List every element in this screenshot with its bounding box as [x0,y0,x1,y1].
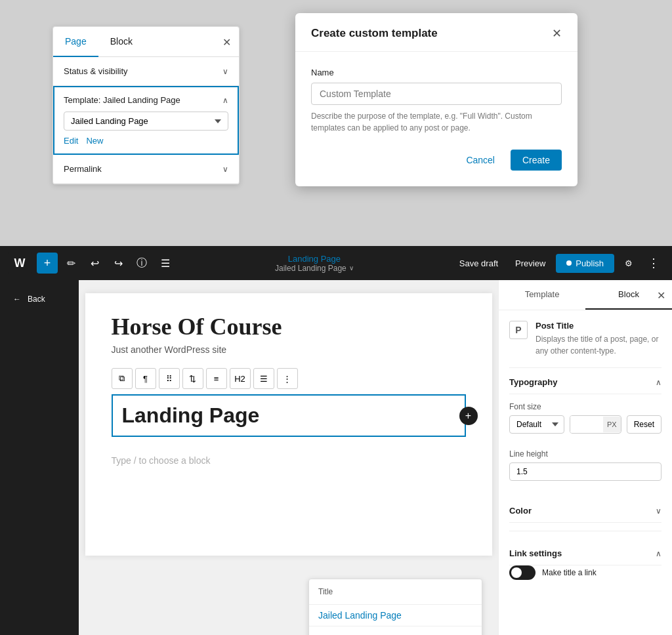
title-popup: Title Give the template a title that ind… [308,579,482,635]
link-settings-header[interactable]: Link settings ∧ [509,539,662,565]
status-visibility-section: Status & visibility ∨ [53,57,239,86]
tools-button[interactable]: ✏ [60,253,81,274]
permalink-header[interactable]: Permalink ∨ [64,164,228,174]
post-title-block-info: P Post Title Displays the title of a pos… [509,321,662,368]
post-title-desc: Displays the title of a post, page, or a… [536,333,662,357]
template-chevron-icon[interactable]: ∧ [222,96,228,105]
title-field-label: Title [309,579,482,605]
chevron-down-icon: ∨ [222,67,228,76]
create-button[interactable]: Create [511,150,562,171]
add-block-inline-button[interactable]: + [459,407,478,425]
modal-body: Name Describe the purpose of the templat… [295,52,578,186]
text-align-button[interactable]: ☰ [253,368,274,389]
link-settings-toggle-icon: ∧ [656,549,662,558]
line-height-label: Line height [509,449,662,459]
color-toggle-icon: ∨ [656,506,662,516]
align-button[interactable]: ≡ [206,368,227,389]
modal-actions: Cancel Create [311,150,562,171]
page-block-panel: Page Block ✕ Status & visibility ∨ Templ… [52,26,240,184]
right-sidebar-close-btn[interactable]: ✕ [657,289,665,301]
back-label: Back [28,295,45,304]
list-view-button[interactable]: ☰ [155,253,176,274]
save-draft-button[interactable]: Save draft [453,255,505,272]
typography-label: Typography [509,377,557,387]
link-settings-label: Link settings [509,548,562,558]
post-title-name: Post Title [536,321,662,331]
publish-label: Publish [576,258,604,268]
right-sidebar: Template Block ✕ P Post Title Displays t… [498,280,672,635]
move-up-down-button[interactable]: ⇅ [182,368,203,389]
cancel-button[interactable]: Cancel [458,150,503,171]
reset-button[interactable]: Reset [627,415,662,434]
link-settings-section: Link settings ∧ Make title a link [509,531,662,588]
post-title-icon: P [509,321,528,339]
modal-close-btn[interactable]: ✕ [552,26,562,41]
color-section: Color ∨ [509,489,662,531]
settings-button[interactable]: ⚙ [618,253,639,274]
font-size-label: Font size [509,402,662,411]
details-button[interactable]: ⓘ [131,253,152,274]
permalink-label: Permalink [64,164,102,174]
add-block-button[interactable]: + [37,253,58,274]
make-title-link-toggle[interactable] [509,565,536,580]
block-toolbar: ⧉ ¶ ⠿ ⇅ ≡ H2 ☰ ⋮ [112,368,466,389]
make-title-link-row: Make title a link [509,565,662,580]
content-area: Title Give the template a title that ind… [79,280,498,635]
color-section-header[interactable]: Color ∨ [509,497,662,523]
typography-section-header[interactable]: Typography ∧ [509,368,662,394]
panel-close-btn[interactable]: ✕ [222,35,231,48]
tab-template[interactable]: Template [499,280,585,310]
font-size-select[interactable]: Default [509,415,564,434]
paragraph-button[interactable]: ¶ [135,368,156,389]
site-tagline: Just another WordPress site [112,344,466,355]
drag-handle[interactable]: ⠿ [159,368,180,389]
more-options-button[interactable]: ⋮ [643,253,664,274]
page-title-block[interactable]: Landing Page + [112,394,466,437]
undo-button[interactable]: ↩ [84,253,105,274]
template-title-input[interactable] [309,605,482,626]
page-name-link[interactable]: Landing Page [288,254,341,264]
make-title-link-label: Make title a link [542,568,597,577]
px-value-input[interactable] [570,416,603,433]
edit-template-link[interactable]: Edit [64,136,78,146]
chevron-down-icon[interactable]: ∨ [349,264,354,272]
publish-button[interactable]: Publish [556,254,614,273]
sub-title-text: Jailed Landing Page [275,264,346,273]
editor-canvas: Horse Of Course Just another WordPress s… [85,293,492,556]
heading-button[interactable]: H2 [230,368,251,389]
line-height-input[interactable] [509,462,662,481]
panel-tabs: Page Block ✕ [53,27,239,57]
more-block-options[interactable]: ⋮ [277,368,298,389]
site-title: Horse Of Course [112,313,466,340]
template-links: Edit New [64,136,228,146]
wp-logo: W [8,251,32,275]
back-arrow-icon: ← [13,295,21,304]
status-visibility-label: Status & visibility [64,66,128,76]
template-name-input[interactable] [311,83,562,105]
tab-page[interactable]: Page [53,27,98,57]
right-sidebar-content: P Post Title Displays the title of a pos… [499,310,672,635]
editor-main: ← Back Title Give the template a title t… [0,280,672,635]
custom-px-input: PX [570,415,621,434]
back-sidebar: ← Back [0,280,79,635]
new-template-link[interactable]: New [86,136,103,146]
preview-button[interactable]: Preview [509,255,552,272]
redo-button[interactable]: ↪ [108,253,129,274]
publish-dot [566,260,572,266]
tab-block[interactable]: Block [98,27,144,56]
template-select[interactable]: Jailed Landing Page [64,112,228,131]
back-button[interactable]: ← Back [8,291,51,308]
duplicate-block-button[interactable]: ⧉ [112,368,133,389]
template-label: Template: Jailed Landing Page ∧ [64,95,228,105]
modal-title: Create custom template [311,27,438,40]
status-visibility-header[interactable]: Status & visibility ∨ [64,66,228,76]
px-label: PX [603,417,621,432]
title-popup-hint: Give the template a title that indicates… [309,626,482,635]
editor-toolbar: W + ✏ ↩ ↪ ⓘ ☰ Landing Page Jailed Landin… [0,246,672,280]
typography-toggle-icon: ∧ [656,378,662,387]
type-hint[interactable]: Type / to choose a block [112,450,466,471]
permalink-section: Permalink ∨ [53,155,239,184]
modal-header: Create custom template ✕ [295,13,578,52]
color-label: Color [509,506,532,516]
page-title-text: Landing Page [122,403,260,427]
